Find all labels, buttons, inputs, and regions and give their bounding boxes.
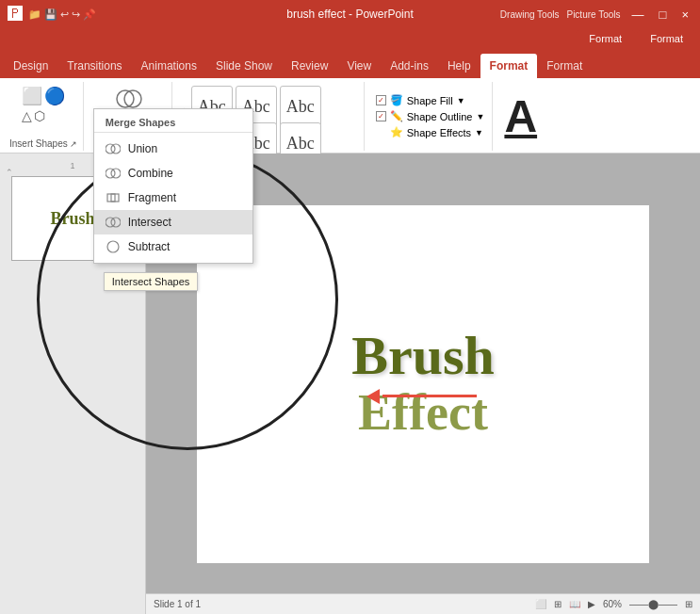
svg-point-8 bbox=[106, 218, 115, 227]
thumb-text1: Brush bbox=[50, 209, 94, 229]
context-tab-group: Format Format bbox=[576, 30, 696, 47]
drawing-tools-format-tab[interactable]: Format bbox=[576, 30, 635, 47]
menu-item-fragment[interactable]: Fragment bbox=[94, 186, 252, 210]
close-btn[interactable]: × bbox=[677, 8, 692, 22]
tab-transitions[interactable]: Transitions bbox=[57, 54, 131, 78]
shape-fill-label: Shape Fill bbox=[407, 95, 453, 106]
intersect-tooltip: Intersect Shapes bbox=[104, 272, 199, 291]
shape-row2: △ ⬡ bbox=[22, 108, 65, 123]
shape-icon2[interactable]: 🔵 bbox=[44, 86, 65, 106]
window-title: brush effect - PowerPoint bbox=[286, 8, 414, 21]
slide-white: Brush Effect bbox=[197, 205, 649, 563]
shape-icon4[interactable]: ⬡ bbox=[34, 108, 45, 123]
slide-number: 1 bbox=[70, 161, 74, 170]
brush-line1: Brush bbox=[351, 326, 495, 386]
slideshow-btn[interactable]: ▶ bbox=[588, 599, 595, 609]
svg-point-3 bbox=[111, 144, 121, 154]
svg-point-4 bbox=[106, 169, 115, 178]
union-label: Union bbox=[128, 142, 157, 155]
tab-help[interactable]: Help bbox=[438, 54, 480, 78]
left-toolbar: ⌃ bbox=[5, 168, 14, 177]
subtract-label: Subtract bbox=[128, 240, 171, 253]
svg-point-2 bbox=[106, 144, 115, 154]
tab-design[interactable]: Design bbox=[4, 54, 57, 78]
zoom-slider[interactable]: ——⬤—— bbox=[629, 599, 677, 609]
shape-fill-checkbox[interactable]: ✓ bbox=[376, 95, 386, 105]
slide-sorter-btn[interactable]: ⊞ bbox=[554, 599, 562, 609]
intersect-label: Intersect bbox=[128, 216, 171, 229]
shape-icon1[interactable]: ⬜ bbox=[22, 86, 42, 106]
shape-outline-label: Shape Outline bbox=[407, 111, 473, 122]
picture-tools-format-tab[interactable]: Format bbox=[637, 30, 696, 47]
status-bar: Slide 1 of 1 ⬜ ⊞ 📖 ▶ 60% ——⬤—— ⊞ bbox=[146, 593, 700, 614]
arrow-head bbox=[366, 389, 380, 404]
menu-item-intersect[interactable]: Intersect bbox=[94, 210, 252, 234]
menu-item-union[interactable]: Union bbox=[94, 137, 252, 161]
big-a-letter: A bbox=[504, 90, 537, 142]
tab-view[interactable]: View bbox=[337, 54, 381, 78]
context-tabs-bar: Format Format bbox=[0, 28, 700, 47]
zoom-level: 60% bbox=[603, 599, 622, 609]
fragment-icon bbox=[106, 190, 121, 205]
insert-shapes-content: ⬜ 🔵 △ ⬡ bbox=[22, 82, 65, 138]
powerpoint-icon: 🅿 bbox=[8, 6, 23, 23]
arrow-line bbox=[383, 395, 477, 397]
shape-effects-arrow[interactable]: ▼ bbox=[475, 128, 483, 137]
svg-point-1 bbox=[124, 90, 141, 107]
shape-fill-row: ✓ 🪣 Shape Fill ▼ bbox=[376, 94, 485, 106]
shape-fill-icon: 🪣 bbox=[390, 94, 403, 106]
shape-effects-row: ⭐ Shape Effects ▼ bbox=[376, 126, 485, 138]
title-bar-right: Drawing Tools Picture Tools — □ × bbox=[500, 8, 692, 22]
tab-animations[interactable]: Animations bbox=[132, 54, 206, 78]
svg-point-0 bbox=[117, 90, 134, 107]
tab-format-drawing[interactable]: Format bbox=[480, 54, 538, 78]
slide-count: Slide 1 of 1 bbox=[154, 599, 201, 609]
combine-icon bbox=[106, 166, 121, 181]
shape-effects-label: Shape Effects bbox=[407, 127, 471, 138]
shape-icon3[interactable]: △ bbox=[22, 108, 32, 123]
merge-shapes-menu-header: Merge Shapes bbox=[94, 113, 252, 133]
view-controls: ⬜ ⊞ 📖 ▶ 60% ——⬤—— ⊞ bbox=[535, 599, 692, 609]
union-icon bbox=[106, 141, 121, 156]
tab-review[interactable]: Review bbox=[282, 54, 337, 78]
tab-slideshow[interactable]: Slide Show bbox=[206, 54, 282, 78]
shape-outline-arrow[interactable]: ▼ bbox=[476, 112, 484, 121]
reading-view-btn[interactable]: 📖 bbox=[569, 599, 580, 609]
merge-shapes-dropdown: Merge Shapes Union Combine bbox=[93, 108, 253, 264]
insert-shapes-section: ⬜ 🔵 △ ⬡ Insert Shapes ↗ bbox=[4, 82, 84, 151]
tab-format-picture[interactable]: Format bbox=[537, 54, 592, 78]
fit-btn[interactable]: ⊞ bbox=[685, 599, 692, 609]
tab-addins[interactable]: Add-ins bbox=[381, 54, 438, 78]
max-btn[interactable]: □ bbox=[656, 8, 671, 22]
style-btn-3[interactable]: Abc bbox=[280, 86, 321, 127]
brush-effect-text: Brush Effect bbox=[351, 326, 495, 442]
menu-item-combine[interactable]: Combine bbox=[94, 161, 252, 186]
shape-outline-checkbox[interactable]: ✓ bbox=[376, 111, 386, 121]
subtract-icon bbox=[106, 239, 121, 254]
menu-item-subtract[interactable]: Subtract bbox=[94, 234, 252, 259]
combine-label: Combine bbox=[128, 167, 173, 180]
svg-point-10 bbox=[107, 241, 119, 252]
title-bar-left: 🅿 📁 💾 ↩ ↪ 📌 bbox=[8, 6, 96, 23]
insert-shapes-label: Insert Shapes ↗ bbox=[9, 138, 77, 151]
context-drawing-tools: Drawing Tools bbox=[500, 9, 560, 20]
ribbon: ⬜ 🔵 △ ⬡ Insert Shapes ↗ Merge Shapes bbox=[0, 78, 700, 154]
shape-outline-row: ✓ ✏️ Shape Outline ▼ bbox=[376, 110, 485, 122]
min-btn[interactable]: — bbox=[628, 8, 648, 22]
expand-icon[interactable]: ↗ bbox=[70, 139, 77, 149]
shape-row1: ⬜ 🔵 bbox=[22, 86, 65, 106]
arrow-up-btn[interactable]: ⌃ bbox=[5, 168, 14, 177]
fragment-label: Fragment bbox=[128, 191, 176, 204]
intersect-icon bbox=[106, 215, 121, 230]
insert-shapes-text: Insert Shapes bbox=[9, 138, 68, 149]
context-picture-tools: Picture Tools bbox=[566, 9, 620, 20]
svg-point-5 bbox=[111, 169, 121, 178]
effects-spacer bbox=[376, 127, 386, 137]
shape-effects-icon: ⭐ bbox=[390, 126, 403, 138]
merge-shapes-dropdown-area[interactable]: Merge Shapes Merge Shapes Union Combine bbox=[93, 82, 166, 126]
merge-shapes-section: Merge Shapes Merge Shapes Union Combine bbox=[88, 82, 172, 151]
shape-fill-section: ✓ 🪣 Shape Fill ▼ ✓ ✏️ Shape Outline ▼ ⭐ … bbox=[368, 82, 494, 151]
shape-fill-arrow[interactable]: ▼ bbox=[457, 96, 465, 105]
big-a-section: A bbox=[497, 82, 545, 151]
normal-view-btn[interactable]: ⬜ bbox=[535, 599, 546, 609]
